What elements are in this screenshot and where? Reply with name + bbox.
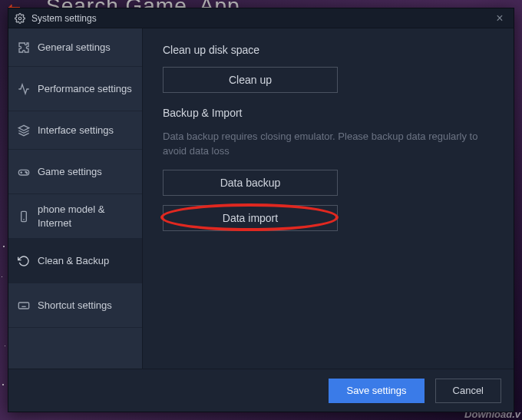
gamepad-icon: [18, 166, 30, 178]
sidebar-item-game[interactable]: Game settings: [8, 150, 142, 194]
backup-help-text: Data backup requires closing emulator. P…: [163, 130, 493, 159]
dialog-title: System settings: [31, 13, 492, 24]
data-import-button[interactable]: Data import: [163, 205, 338, 231]
smartphone-icon: [18, 210, 30, 223]
restore-icon: [18, 255, 30, 267]
backup-section-title: Backup & Import: [163, 107, 494, 119]
gear-icon: [15, 13, 25, 24]
svg-point-6: [26, 172, 27, 173]
keyboard-icon: [18, 299, 30, 312]
cleanup-button[interactable]: Clean up: [163, 67, 338, 93]
activity-icon: [18, 83, 30, 95]
puzzle-icon: [18, 41, 30, 54]
bg-star-icon: [3, 246, 5, 247]
dialog-footer: Save settings Cancel: [8, 369, 514, 412]
bg-star-icon: [5, 346, 5, 346]
svg-rect-9: [18, 303, 28, 309]
sidebar: General settings Performance settings In…: [8, 28, 143, 369]
sidebar-item-label: Performance settings: [38, 82, 132, 96]
dialog-body: General settings Performance settings In…: [8, 28, 514, 369]
settings-dialog: System settings × General settings Perfo…: [8, 8, 514, 412]
cancel-button[interactable]: Cancel: [435, 379, 501, 403]
close-icon: ×: [496, 12, 503, 25]
sidebar-item-label: Clean & Backup: [38, 254, 109, 268]
sidebar-item-label: phone model & Internet: [38, 203, 133, 230]
sidebar-item-label: Interface settings: [38, 124, 114, 137]
data-backup-button[interactable]: Data backup: [163, 170, 338, 196]
cleanup-section-title: Clean up disk space: [163, 44, 494, 56]
sidebar-item-interface[interactable]: Interface settings: [8, 111, 142, 150]
sidebar-item-label: Game settings: [38, 165, 102, 179]
bg-star-icon: [2, 384, 4, 385]
bg-star-icon: [2, 276, 2, 277]
sidebar-item-performance[interactable]: Performance settings: [8, 67, 142, 111]
sidebar-item-label: Shortcut settings: [38, 299, 112, 313]
sidebar-item-phone-internet[interactable]: phone model & Internet: [8, 194, 142, 239]
layers-icon: [18, 124, 30, 137]
sidebar-item-clean-backup[interactable]: Clean & Backup: [8, 239, 142, 283]
sidebar-item-shortcut[interactable]: Shortcut settings: [8, 283, 142, 328]
svg-marker-1: [18, 125, 28, 131]
save-button[interactable]: Save settings: [329, 379, 424, 403]
sidebar-item-label: General settings: [38, 41, 111, 55]
titlebar: System settings ×: [8, 8, 514, 28]
svg-point-0: [18, 17, 21, 20]
content-pane: Clean up disk space Clean up Backup & Im…: [143, 28, 514, 369]
data-import-label: Data import: [223, 212, 278, 224]
sidebar-item-general[interactable]: General settings: [8, 28, 142, 67]
close-button[interactable]: ×: [492, 12, 507, 25]
